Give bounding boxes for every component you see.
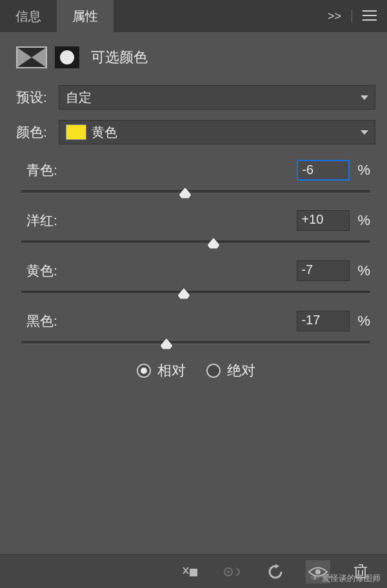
svg-point-3 xyxy=(315,569,321,574)
visibility-toggle[interactable] xyxy=(306,560,330,583)
toggle-last-state-button[interactable] xyxy=(221,560,245,583)
slider-thumb[interactable] xyxy=(207,237,220,249)
slider-block: 黄色: -7 % xyxy=(20,260,372,300)
chevron-down-icon xyxy=(361,130,368,135)
slider-block: 洋红: +10 % xyxy=(20,210,372,250)
color-swatch xyxy=(66,124,86,140)
slider-label: 洋红: xyxy=(26,211,57,230)
slider-track[interactable] xyxy=(21,236,370,250)
slider-track[interactable] xyxy=(21,186,370,200)
preset-label: 预设: xyxy=(16,88,55,106)
mask-icon[interactable] xyxy=(55,46,79,68)
percent-label: % xyxy=(357,212,370,229)
slider-label: 青色: xyxy=(26,161,57,179)
tab-info[interactable]: 信息 xyxy=(0,0,57,33)
slider-block: 黑色: -17 % xyxy=(20,311,372,351)
delete-button[interactable] xyxy=(348,560,373,583)
color-dropdown[interactable]: 黄色 xyxy=(59,120,375,144)
collapse-icon[interactable]: >> xyxy=(328,10,341,23)
slider-thumb[interactable] xyxy=(160,338,173,349)
svg-rect-0 xyxy=(190,569,197,576)
slider-value-input[interactable]: -6 xyxy=(297,160,350,181)
slider-value-input[interactable]: +10 xyxy=(297,210,350,231)
slider-thumb[interactable] xyxy=(179,187,192,199)
color-label: 颜色: xyxy=(16,123,55,141)
panel-footer xyxy=(0,554,387,588)
clip-to-layer-button[interactable] xyxy=(178,560,203,583)
preset-dropdown[interactable]: 自定 xyxy=(59,85,375,110)
slider-label: 黑色: xyxy=(26,312,57,330)
menu-icon[interactable] xyxy=(362,9,377,24)
tab-properties[interactable]: 属性 xyxy=(57,0,114,33)
slider-label: 黄色: xyxy=(26,262,57,280)
reset-button[interactable] xyxy=(263,560,288,583)
svg-point-2 xyxy=(227,571,230,573)
percent-label: % xyxy=(357,262,370,279)
radio-absolute[interactable]: 绝对 xyxy=(206,361,255,380)
slider-value-input[interactable]: -7 xyxy=(297,260,350,281)
slider-value-input[interactable]: -17 xyxy=(297,311,350,331)
slider-track[interactable] xyxy=(21,337,370,351)
slider-thumb[interactable] xyxy=(177,288,190,299)
percent-label: % xyxy=(357,313,370,329)
percent-label: % xyxy=(357,162,370,179)
chevron-down-icon xyxy=(361,95,368,100)
radio-relative[interactable]: 相对 xyxy=(137,361,186,380)
divider xyxy=(352,10,352,23)
panel-tabs: 信息 属性 >> xyxy=(0,0,387,32)
adjustment-title: 可选颜色 xyxy=(91,48,148,67)
slider-block: 青色: -6 % xyxy=(20,160,372,200)
adjustment-icon xyxy=(16,46,47,68)
slider-track[interactable] xyxy=(21,286,370,300)
